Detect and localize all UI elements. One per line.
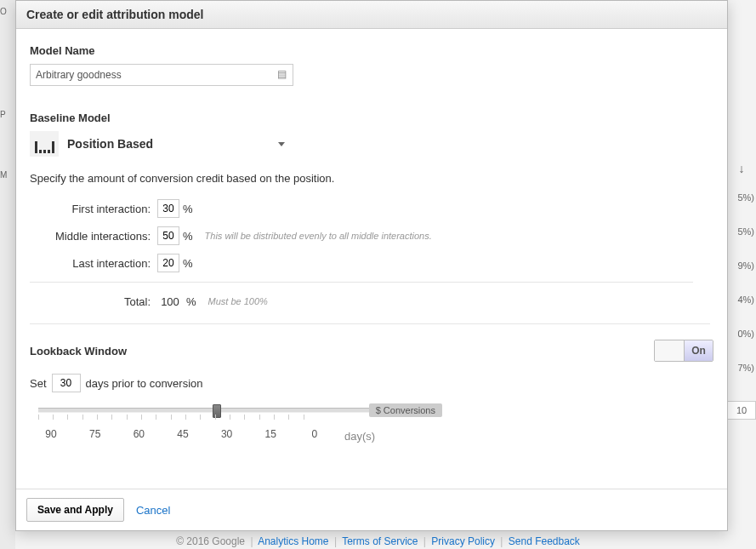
slider-unit-label: day(s) xyxy=(344,430,375,443)
baseline-model-selected: Position Based xyxy=(67,137,270,151)
sort-arrow-icon: ↓ xyxy=(727,162,756,175)
slider-track[interactable]: $ Conversions xyxy=(38,408,378,413)
total-value: 100 xyxy=(157,295,183,308)
position-credit-table: First interaction: % Middle interactions… xyxy=(30,195,713,315)
first-interaction-input[interactable] xyxy=(157,199,179,218)
model-name-input[interactable] xyxy=(30,64,293,86)
background-right-strip: ↓ 5%) 5%) 9%) 4%) 0%) 7%) 10 xyxy=(727,0,756,549)
lookback-toggle[interactable]: On xyxy=(654,340,713,362)
input-end-icon: ▤ xyxy=(277,68,289,80)
background-left-strip: OPM xyxy=(0,0,15,549)
attribution-model-dialog: Create or edit attribution model Model N… xyxy=(15,0,728,531)
footer-link-feedback[interactable]: Send Feedback xyxy=(509,535,580,547)
baseline-model-select[interactable]: Position Based xyxy=(30,131,285,157)
toggle-off-segment[interactable] xyxy=(655,340,684,361)
dialog-body[interactable]: Model Name ▤ Baseline Model Position Bas… xyxy=(16,29,727,489)
page-footer: © 2016 Google | Analytics Home | Terms o… xyxy=(0,535,756,547)
first-interaction-label: First interaction: xyxy=(30,203,157,215)
slider-badge: $ Conversions xyxy=(369,403,442,417)
total-label: Total: xyxy=(30,295,157,308)
footer-link-privacy[interactable]: Privacy Policy xyxy=(431,535,495,547)
dialog-title: Create or edit attribution model xyxy=(16,1,727,29)
position-based-icon xyxy=(30,131,59,157)
slider-labels: 90 75 60 45 30 15 0 xyxy=(38,428,327,440)
slider-ticks xyxy=(38,415,378,423)
total-hint: Must be 100% xyxy=(208,296,268,306)
baseline-model-label: Baseline Model xyxy=(30,112,713,124)
chevron-down-icon xyxy=(278,142,285,146)
footer-link-analytics-home[interactable]: Analytics Home xyxy=(258,535,328,547)
lookback-window-label: Lookback Window xyxy=(30,345,127,357)
middle-interactions-input[interactable] xyxy=(157,226,179,245)
cancel-button[interactable]: Cancel xyxy=(136,504,170,517)
lookback-slider[interactable]: $ Conversions 90 75 60 45 30 15 0 day(s) xyxy=(38,408,378,440)
save-and-apply-button[interactable]: Save and Apply xyxy=(26,498,124,522)
last-interaction-input[interactable] xyxy=(157,254,179,272)
model-name-label: Model Name xyxy=(30,44,713,57)
baseline-description: Specify the amount of conversion credit … xyxy=(30,172,713,185)
lookback-set-suffix: days prior to conversion xyxy=(86,377,203,390)
lookback-days-input[interactable] xyxy=(52,374,81,392)
footer-link-terms[interactable]: Terms of Service xyxy=(342,535,418,547)
toggle-on-segment[interactable]: On xyxy=(684,340,713,361)
middle-interactions-label: Middle interactions: xyxy=(30,230,157,243)
middle-interactions-hint: This will be distributed evenly to all m… xyxy=(205,231,432,241)
dialog-footer: Save and Apply Cancel xyxy=(16,489,727,530)
lookback-set-prefix: Set xyxy=(30,377,47,390)
last-interaction-label: Last interaction: xyxy=(30,257,157,270)
